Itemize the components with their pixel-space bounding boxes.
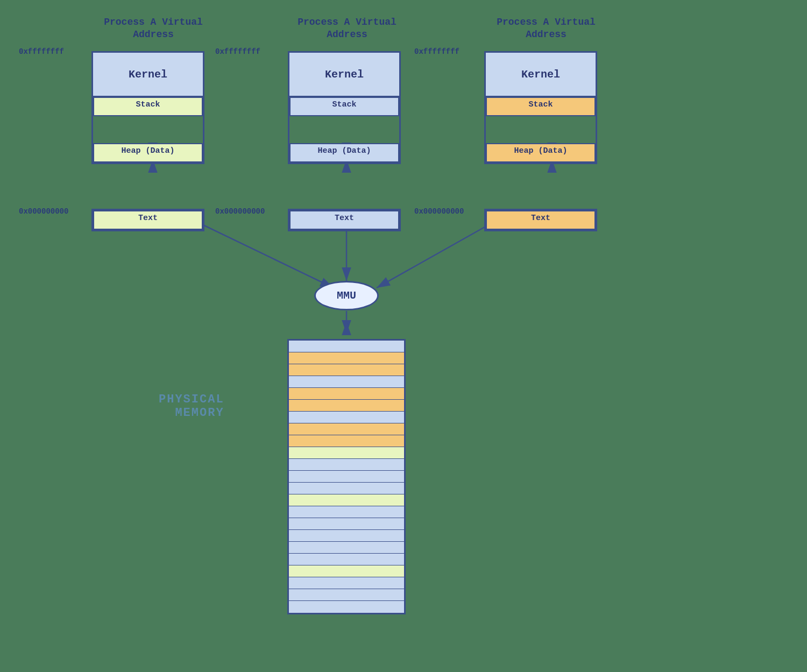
phys-row-20: [289, 565, 404, 577]
process-b-addr-low: 0x000000000: [215, 207, 265, 216]
phys-row-4: [289, 376, 404, 388]
process-c-title: Process A Virtual Address: [473, 16, 619, 45]
phys-row-22: [289, 589, 404, 601]
process-a-addr-low: 0x000000000: [19, 207, 68, 216]
process-a-box: Kernel Stack Heap (Data): [91, 51, 204, 164]
phys-row-7: [289, 412, 404, 423]
phys-row-21: [289, 577, 404, 589]
process-b-text-box: Text: [288, 209, 401, 231]
process-c-text-box: Text: [484, 209, 597, 231]
phys-row-19: [289, 554, 404, 565]
phys-row-8: [289, 423, 404, 435]
phys-row-1: [289, 341, 404, 352]
process-a-text-box: Text: [91, 209, 204, 231]
process-c-stack: Stack: [486, 97, 596, 116]
phys-row-18: [289, 542, 404, 554]
process-a-kernel: Kernel: [93, 53, 203, 97]
phys-row-14: [289, 494, 404, 506]
phys-row-23: [289, 601, 404, 613]
diagram-container: Process A Virtual Address 0xffffffff Ker…: [0, 0, 807, 672]
phys-row-9: [289, 435, 404, 447]
process-b-box: Kernel Stack Heap (Data): [288, 51, 401, 164]
phys-row-12: [289, 471, 404, 483]
process-c-text: Text: [486, 210, 596, 230]
process-c-addr-low: 0x000000000: [414, 207, 464, 216]
process-a-text: Text: [93, 210, 203, 230]
process-c-heap: Heap (Data): [486, 143, 596, 162]
phys-row-6: [289, 400, 404, 412]
phys-row-10: [289, 447, 404, 459]
phys-row-15: [289, 506, 404, 518]
process-a-addr-high: 0xffffffff: [19, 47, 64, 56]
process-c-addr-high: 0xffffffff: [414, 47, 459, 56]
process-b-title: Process A Virtual Address: [274, 16, 420, 45]
phys-row-16: [289, 518, 404, 530]
process-a-heap: Heap (Data): [93, 143, 203, 162]
process-b-text: Text: [289, 210, 399, 230]
process-b-arrow: [289, 116, 399, 143]
phys-row-13: [289, 483, 404, 494]
phys-row-5: [289, 388, 404, 400]
process-b-kernel: Kernel: [289, 53, 399, 97]
phys-row-2: [289, 352, 404, 364]
mmu-ellipse: MMU: [314, 281, 379, 310]
physical-memory-label: PHYSICALMEMORY: [159, 393, 224, 420]
phys-row-3: [289, 364, 404, 376]
process-b-heap: Heap (Data): [289, 143, 399, 162]
process-a-title: Process A Virtual Address: [83, 16, 223, 45]
process-b-addr-high: 0xffffffff: [215, 47, 260, 56]
process-c-kernel: Kernel: [486, 53, 596, 97]
process-c-box: Kernel Stack Heap (Data): [484, 51, 597, 164]
mmu-label: MMU: [337, 289, 356, 302]
process-a-arrow: [93, 116, 203, 143]
process-a-stack: Stack: [93, 97, 203, 116]
physical-memory-block: [287, 339, 406, 614]
phys-row-17: [289, 530, 404, 542]
phys-row-11: [289, 459, 404, 471]
process-b-stack: Stack: [289, 97, 399, 116]
process-c-arrow: [486, 116, 596, 143]
